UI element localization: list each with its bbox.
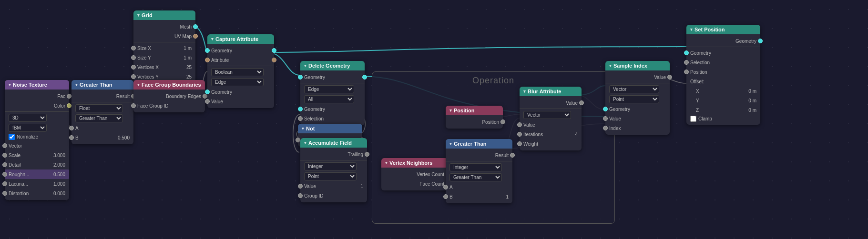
socket-dg-geom2-in[interactable] — [298, 107, 303, 111]
gt1-op-select[interactable]: Greater Than — [75, 114, 123, 122]
socket-dg-selection-in[interactable] — [298, 116, 303, 121]
socket-verticesx-in[interactable] — [131, 65, 136, 70]
socket-uvmap-out[interactable] — [193, 34, 198, 39]
delete-geometry-node: ▾ Delete Geometry Geometry Edge All Geom… — [300, 61, 365, 125]
af-integer-row: Integer — [300, 161, 367, 171]
socket-sizex-in[interactable] — [131, 46, 136, 50]
socket-ba-value-out[interactable] — [579, 100, 584, 105]
socket-gt2-a-in[interactable] — [443, 185, 448, 189]
socket-gt1-b-in[interactable] — [69, 135, 74, 140]
socket-ca-value-in[interactable] — [205, 99, 210, 104]
socket-fgb-boundary-out[interactable] — [203, 94, 207, 99]
socket-ba-value-in[interactable] — [517, 122, 522, 127]
greater-than-2-header: ▾ Greater Than — [446, 139, 512, 149]
af-integer-select[interactable]: Integer — [304, 162, 357, 170]
capture-attribute-header: ▾ Capture Attribute — [207, 34, 274, 44]
socket-fgb-facegroup-in[interactable] — [131, 103, 136, 108]
grid-node: ▾ Grid Mesh UV Map Size X 1 m Size Y 1 m… — [133, 10, 195, 83]
socket-af-trailing-out[interactable] — [365, 152, 369, 157]
sp-clamp-checkbox[interactable] — [690, 116, 696, 122]
ca-attribute-in: Attribute — [207, 55, 274, 65]
socket-dg-geometry-in[interactable] — [298, 75, 303, 80]
sp-selection-in: Selection — [686, 58, 760, 67]
position-node: ▾ Position Position — [446, 106, 503, 129]
socket-af-groupid-in[interactable] — [298, 193, 303, 198]
dimension-select[interactable]: 3D — [9, 114, 47, 122]
sample-index-node: ▾ Sample Index Value Vector Point Geomet… — [605, 61, 670, 135]
af-point-select[interactable]: Point — [304, 172, 357, 180]
accumulate-field-header: ▾ Accumulate Field — [300, 138, 367, 148]
socket-ca-attribute-in[interactable] — [205, 58, 210, 62]
not-header: ▾ Not — [298, 124, 362, 133]
noise-type-row: fBM — [5, 123, 69, 133]
socket-scale-in[interactable] — [2, 153, 7, 158]
gt2-type-row: Integer — [446, 162, 512, 172]
dimension-select-row: 3D — [5, 113, 69, 123]
ca-boolean-select[interactable]: Boolean — [211, 68, 264, 76]
si-point-select[interactable]: Point — [609, 95, 659, 103]
socket-verticesy-in[interactable] — [131, 74, 136, 79]
socket-si-index-in[interactable] — [603, 126, 608, 130]
gt2-result-output: Result — [446, 150, 512, 160]
gt2-op-select[interactable]: Greater Than — [449, 173, 502, 181]
gt2-type-select[interactable]: Integer — [449, 163, 502, 171]
socket-lacunarity-in[interactable] — [2, 181, 7, 186]
ba-value-output: Value — [520, 98, 582, 108]
normalize-checkbox[interactable] — [9, 134, 15, 140]
socket-gt2-b-in[interactable] — [443, 194, 448, 199]
socket-si-geometry-in[interactable] — [603, 107, 608, 111]
dg-edge-select[interactable]: Edge — [304, 85, 354, 93]
si-value-output: Value — [605, 72, 670, 82]
socket-ca-attribute-out[interactable] — [272, 58, 276, 62]
socket-sp-selection-in[interactable] — [684, 60, 689, 65]
socket-detail-in[interactable] — [2, 162, 7, 167]
gt1-type-row: Float — [71, 103, 133, 113]
socket-ca-geometry-out[interactable] — [272, 48, 276, 53]
vertex-neighbors-node: ▾ Vertex Neighbors Vertex Count Face Cou… — [381, 158, 448, 190]
accumulate-field-node: ▾ Accumulate Field Trailing Integer Poin… — [300, 138, 367, 202]
socket-sp-geometry-in[interactable] — [684, 50, 689, 55]
ca-boolean-row: Boolean — [207, 67, 274, 77]
ca-edge-select[interactable]: Edge — [211, 78, 264, 86]
gt1-type-select[interactable]: Float — [75, 104, 123, 112]
socket-si-value-out[interactable] — [667, 75, 672, 80]
dg-all-select[interactable]: All — [304, 95, 354, 103]
ba-vector-select[interactable]: Vector — [523, 111, 571, 119]
socket-ca-geometry-in[interactable] — [205, 48, 210, 53]
socket-distortion-in[interactable] — [2, 191, 7, 196]
socket-gt2-result-out[interactable] — [510, 153, 515, 158]
socket-color-out[interactable] — [67, 103, 71, 108]
ba-weight-row: Weight — [520, 139, 582, 149]
af-groupid-row: Group ID — [300, 191, 367, 200]
socket-af-value-in[interactable] — [298, 184, 303, 189]
socket-si-value-in[interactable] — [603, 116, 608, 121]
normalize-row: Normalize — [5, 133, 69, 141]
socket-ca-geom2-in[interactable] — [205, 90, 210, 94]
si-vector-row: Vector — [605, 84, 670, 94]
socket-ba-iterations-in[interactable] — [517, 132, 522, 137]
greater-than-1-node: ▾ Greater Than Result Float Greater Than… — [71, 80, 133, 144]
socket-ba-weight-in[interactable] — [517, 141, 522, 146]
lacunarity-row: Lacuna... 1.000 — [5, 179, 69, 189]
socket-dg-geometry-out[interactable] — [362, 75, 367, 80]
si-geometry-row: Geometry — [605, 104, 670, 114]
distortion-row: Distortion 0.000 — [5, 189, 69, 198]
socket-vector-in[interactable] — [2, 143, 7, 148]
socket-sp-position-in[interactable] — [684, 70, 689, 74]
capture-attribute-node: ▾ Capture Attribute Geometry Attribute B… — [207, 34, 274, 108]
noise-type-select[interactable]: fBM — [9, 124, 47, 132]
socket-sizey-in[interactable] — [131, 55, 136, 60]
socket-roughness-in[interactable] — [2, 172, 7, 177]
socket-mesh-out[interactable] — [193, 24, 198, 29]
si-vector-select[interactable]: Vector — [609, 85, 659, 93]
output-fac: Fac — [5, 91, 69, 101]
sp-position-in: Position — [686, 67, 760, 77]
socket-not-in[interactable] — [296, 138, 300, 142]
gt1-op-row: Greater Than — [71, 113, 133, 123]
socket-pos-position-out[interactable] — [500, 120, 505, 124]
socket-sp-geometry-out[interactable] — [758, 39, 763, 43]
si-value-row: Value — [605, 114, 670, 123]
ca-geometry-in: Geometry — [207, 46, 274, 55]
socket-fac-out[interactable] — [67, 94, 71, 99]
socket-gt1-a-in[interactable] — [69, 126, 74, 130]
